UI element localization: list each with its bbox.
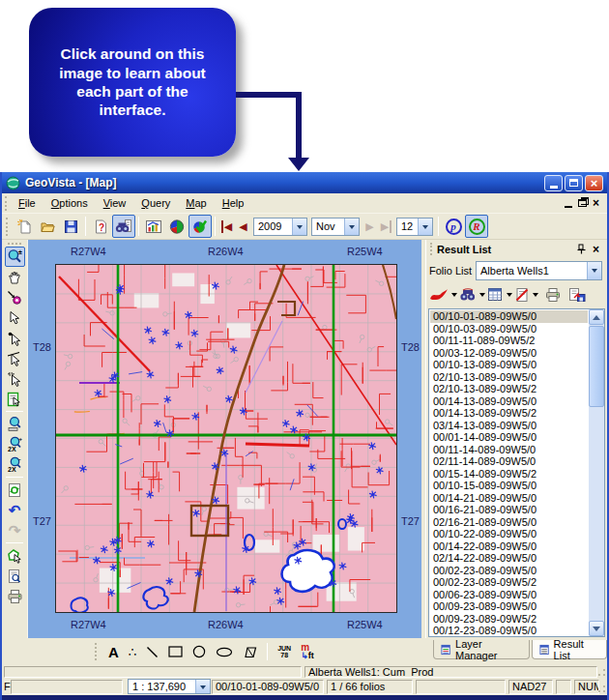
new-button[interactable] <box>13 215 36 238</box>
year-dropdown-icon[interactable] <box>292 219 306 235</box>
polygon-tool-button[interactable] <box>243 646 257 658</box>
help-button[interactable]: ? <box>89 215 112 238</box>
resize-grip-icon[interactable] <box>597 685 606 693</box>
line-tool-button[interactable] <box>146 646 159 658</box>
panel-grip[interactable] <box>430 243 432 255</box>
day-dropdown-icon[interactable] <box>418 219 432 235</box>
last-month-button[interactable]: ▶ <box>378 220 394 233</box>
list-item[interactable]: 00/09-23-089-09W5/0 <box>430 600 588 613</box>
mdi-restore-icon[interactable] <box>578 199 587 207</box>
toolbar-grip[interactable] <box>6 218 8 236</box>
select-line-tool-button[interactable] <box>5 348 25 368</box>
shape-select-button[interactable] <box>5 545 25 566</box>
zoom-extent-button[interactable] <box>5 414 25 434</box>
list-item[interactable]: 00/11-14-089-09W5/0 <box>430 444 588 456</box>
pie-check-button[interactable] <box>188 215 212 238</box>
list-item[interactable]: 00/10-15-089-09W5/0 <box>430 480 588 492</box>
scale-dropdown-icon[interactable] <box>195 680 210 693</box>
panel-close-button[interactable]: × <box>589 242 603 256</box>
list-item[interactable]: 00/02-23-089-09W5/0 <box>430 565 588 577</box>
scale-combo[interactable]: 1 : 137,690 <box>128 679 211 694</box>
previous-month-button[interactable]: ◀ <box>235 220 251 233</box>
list-item[interactable]: 02/10-13-089-09W5/0 <box>430 371 588 384</box>
minimize-button[interactable] <box>544 175 563 191</box>
next-month-button[interactable]: ▶ <box>362 220 378 233</box>
circle-tool-button[interactable] <box>192 645 206 658</box>
chart-button[interactable] <box>142 215 165 238</box>
mdi-minimize-icon[interactable] <box>565 206 572 208</box>
symbol-tool-button[interactable]: ∴ <box>129 645 136 659</box>
tab-layer-manager[interactable]: Layer Manager <box>433 640 530 659</box>
map-frame[interactable] <box>55 264 397 613</box>
list-item[interactable]: 00/15-14-089-09W5/2 <box>430 468 588 481</box>
menu-help[interactable]: Help <box>215 195 252 211</box>
find-wells-button[interactable] <box>112 215 135 238</box>
open-button[interactable] <box>36 215 59 238</box>
well-list[interactable]: 00/10-01-089-09W5/000/10-03-089-09W5/000… <box>430 310 588 635</box>
undo-button[interactable]: ↶ <box>5 500 25 520</box>
report-view-dropdown[interactable] <box>505 284 513 305</box>
tools-grip[interactable] <box>8 243 21 245</box>
select-point-tool-button[interactable] <box>5 287 25 307</box>
post-wells-button[interactable] <box>428 284 450 305</box>
list-item[interactable]: 00/14-13-089-09W5/2 <box>430 407 588 420</box>
close-button[interactable]: × <box>585 175 603 191</box>
select-area-tool-button[interactable] <box>5 368 25 389</box>
scroll-down-button[interactable] <box>589 621 604 636</box>
find-in-list-button[interactable] <box>458 284 478 305</box>
menu-map[interactable]: Map <box>178 195 214 211</box>
list-item[interactable]: 00/09-23-089-09W5/2 <box>430 613 588 626</box>
pin-button[interactable] <box>574 242 589 256</box>
month-combo[interactable]: Nov <box>311 218 360 236</box>
list-item[interactable]: 02/10-13-089-09W5/2 <box>430 383 588 395</box>
list-item[interactable]: 02/14-22-089-09W5/0 <box>430 552 588 565</box>
unit-convert-tool-button[interactable]: m ↳ft <box>301 644 314 659</box>
print-preview-button[interactable] <box>5 566 25 586</box>
print-button[interactable] <box>5 586 25 606</box>
select-list-tool-button[interactable] <box>5 389 25 409</box>
list-scrollbar[interactable] <box>589 309 604 636</box>
export-button[interactable] <box>567 284 587 305</box>
list-item[interactable]: 00/16-21-089-09W5/0 <box>430 504 588 516</box>
title-bar[interactable]: GeoVista - [Map] × <box>2 172 607 193</box>
folio-list-combo[interactable]: Alberta Wells1 <box>476 261 602 280</box>
save-button[interactable] <box>59 215 82 238</box>
list-item[interactable]: 00/12-23-089-09W5/0 <box>430 625 588 635</box>
find-in-list-dropdown[interactable] <box>478 284 486 305</box>
print-list-button[interactable] <box>543 284 563 305</box>
resize-grip-icon[interactable] <box>597 668 606 677</box>
list-item[interactable]: 00/14-13-089-09W5/0 <box>430 395 588 408</box>
redo-button[interactable]: ↷ <box>5 520 25 540</box>
ellipse-tool-button[interactable] <box>216 647 233 657</box>
zoom-out-2x-button[interactable]: - 2X <box>5 454 25 475</box>
mdi-close-icon[interactable]: × <box>593 198 599 208</box>
menu-query[interactable]: Query <box>133 195 178 211</box>
menu-options[interactable]: Options <box>44 195 96 211</box>
list-item[interactable]: 00/14-21-089-09W5/0 <box>430 492 588 505</box>
panel-header[interactable]: Result List × <box>426 240 607 258</box>
list-item[interactable]: 00/10-01-089-09W5/0 <box>430 310 588 323</box>
zoom-in-2x-button[interactable]: + 2X <box>5 434 25 454</box>
list-item[interactable]: 00/03-12-089-09W5/0 <box>430 347 588 360</box>
pan-tool-button[interactable] <box>5 267 25 287</box>
scroll-thumb[interactable] <box>589 326 604 407</box>
list-item[interactable]: 00/10-13-089-09W5/0 <box>430 359 588 371</box>
date-post-tool-button[interactable]: JUN 78 <box>277 645 291 658</box>
map-view[interactable]: R27W4 R26W4 R25W4 T28 T27 T28 T27 R27W4 … <box>28 240 421 638</box>
pointer-tool-button[interactable] <box>5 307 25 328</box>
remove-button[interactable] <box>513 284 531 305</box>
list-item[interactable]: 00/01-14-089-09W5/0 <box>430 431 588 444</box>
menu-file[interactable]: File <box>11 195 44 211</box>
list-item[interactable]: 03/14-13-089-09W5/0 <box>430 420 588 432</box>
month-dropdown-icon[interactable] <box>344 219 359 235</box>
text-tool-button[interactable]: A <box>108 644 119 660</box>
list-item[interactable]: 00/10-03-089-09W5/0 <box>430 323 588 335</box>
scroll-up-button[interactable] <box>589 309 604 325</box>
menu-view[interactable]: View <box>96 195 134 211</box>
pie-chart-button[interactable] <box>165 215 188 238</box>
zoom-tool-button[interactable]: ± <box>5 247 25 267</box>
remove-dropdown[interactable] <box>531 284 539 305</box>
list-item[interactable]: 00/14-22-089-09W5/0 <box>430 540 588 553</box>
day-combo[interactable]: 12 <box>396 218 433 236</box>
list-item[interactable]: 00/11-11-089-09W5/2 <box>430 335 588 347</box>
